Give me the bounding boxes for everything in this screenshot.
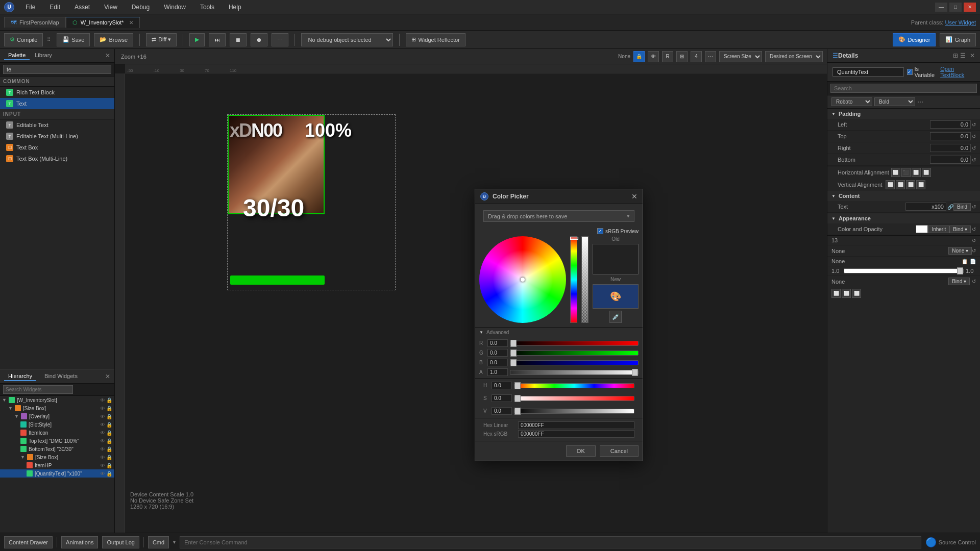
eye-icon-10[interactable]: 👁 [100, 471, 105, 477]
tab-palette[interactable]: Palette [4, 51, 30, 60]
diff-button[interactable]: ⇄ Diff ▾ [146, 33, 177, 46]
h-slider[interactable] [514, 383, 634, 388]
record-button[interactable]: ⏺ [251, 33, 267, 46]
eye-icon-9[interactable]: 👁 [100, 463, 105, 468]
parent-class-link[interactable]: User Widget [945, 19, 976, 26]
hier-item-itemicon[interactable]: ItemIcon 👁 🔒 [0, 429, 114, 437]
palette-item-editable-multiline[interactable]: T Editable Text (Multi-Line) [0, 131, 114, 142]
stop-button[interactable]: ⏹ [230, 33, 247, 46]
eye-icon-2[interactable]: 👁 [100, 406, 105, 411]
text-bind-icon[interactable]: 🔗 [947, 204, 953, 210]
g-slider[interactable] [510, 350, 639, 356]
padding-bottom-reset-icon[interactable]: ↺ [972, 157, 976, 163]
appearance-section-header[interactable]: ▼ Appearance [827, 213, 980, 223]
hier-item-winventoryslot[interactable]: ▼ [W_InventorySlot] 👁 🔒 [0, 396, 114, 404]
close-button[interactable]: ✕ [964, 3, 976, 12]
hue-bar[interactable] [570, 236, 577, 323]
tab-inventoryslot[interactable]: ⬡ W_InventorySlot* ✕ [66, 17, 140, 28]
menu-tools[interactable]: Tools [197, 3, 217, 12]
content-section-header[interactable]: ▼ Content [827, 191, 980, 201]
widget-name-input[interactable] [832, 67, 904, 77]
animations-button[interactable]: Animations [61, 536, 98, 548]
palette-item-editable-text[interactable]: T Editable Text [0, 119, 114, 131]
r-slider[interactable] [510, 341, 639, 346]
lock-icon-9[interactable]: 🔒 [106, 463, 112, 468]
hierarchy-close-icon[interactable]: ✕ [105, 373, 110, 380]
debug-object-select[interactable]: No debug object selected [301, 33, 393, 46]
alpha-bar[interactable] [581, 236, 589, 323]
font-family-select[interactable]: Roboto [831, 97, 872, 106]
desired-on-screen-select[interactable]: Desired on Screen [765, 51, 823, 62]
extra-align-btn-1[interactable]: ⬜ [831, 289, 841, 298]
padding-top-reset-icon[interactable]: ↺ [972, 134, 976, 139]
lock-icon-1[interactable]: 🔒 [106, 397, 112, 403]
color-swatch[interactable] [916, 225, 928, 233]
tab-bind-widgets[interactable]: Bind Widgets [40, 372, 82, 381]
hier-item-itemhp[interactable]: ItemHP 👁 🔒 [0, 461, 114, 469]
canvas-btn-lock[interactable]: 🔒 [633, 51, 645, 62]
minimize-button[interactable]: — [935, 3, 947, 12]
font-more-icon[interactable]: ⋯ [917, 98, 923, 106]
align-top-button[interactable]: ⬜ [886, 180, 895, 189]
menu-edit[interactable]: Edit [46, 3, 63, 12]
open-textblock-link[interactable]: Open TextBlock [940, 66, 975, 78]
align-fill-h-button[interactable]: ⬜ [922, 168, 931, 177]
align-right-button[interactable]: ⬜ [912, 168, 921, 177]
lock-icon-5[interactable]: 🔒 [106, 430, 112, 436]
step-button[interactable]: ⏭ [209, 33, 226, 46]
lock-icon-7[interactable]: 🔒 [106, 446, 112, 452]
tab-close-icon[interactable]: ✕ [129, 20, 133, 26]
menu-view[interactable]: View [101, 3, 120, 12]
text-value-input[interactable] [905, 203, 946, 211]
paste-icon[interactable]: 📄 [970, 259, 976, 264]
palette-item-textbox-multiline[interactable]: ☐ Text Box (Multi-Line) [0, 153, 114, 164]
align-left-button[interactable]: ⬜ [891, 168, 900, 177]
color-reset-icon[interactable]: ↺ [972, 227, 976, 232]
v-slider[interactable] [514, 409, 634, 414]
none-bind-button[interactable]: None ▾ [948, 247, 972, 255]
font-weight-select[interactable]: Bold [874, 97, 915, 106]
dragdrop-bar[interactable]: Drag & drop colors here to save ▾ [483, 210, 634, 222]
lock-icon-2[interactable]: 🔒 [106, 406, 112, 411]
designer-button[interactable]: 🎨 Designer [893, 33, 936, 46]
details-list-icon[interactable]: ☰ [960, 52, 966, 59]
tab-firstpersonmap[interactable]: 🗺 FirstPersonMap [4, 17, 66, 28]
maximize-button[interactable]: □ [949, 3, 962, 12]
graph-button[interactable]: 📊 Graph [940, 33, 976, 46]
canvas-btn-more[interactable]: ⋯ [705, 51, 716, 62]
lock-icon-6[interactable]: 🔒 [106, 438, 112, 444]
padding-left-reset-icon[interactable]: ↺ [972, 122, 976, 128]
align-fill-v-button[interactable]: ⬜ [916, 180, 925, 189]
inherit-button[interactable]: Inherit [928, 226, 949, 233]
eye-icon-6[interactable]: 👁 [100, 438, 105, 444]
eyedropper-button[interactable]: 💉 [609, 311, 622, 323]
dialog-close-icon[interactable]: ✕ [631, 192, 638, 201]
extra-align-btn-3[interactable]: ⬜ [852, 289, 861, 298]
menu-window[interactable]: Window [161, 3, 189, 12]
compile-button[interactable]: ⚙ Compile [4, 33, 43, 46]
cancel-button[interactable]: Cancel [600, 445, 639, 457]
bind-row-button[interactable]: Bind ▾ [948, 278, 970, 285]
srgb-checkbox[interactable]: ✓ [597, 228, 603, 234]
text-bind-button[interactable]: Bind [953, 203, 971, 211]
lock-icon-8[interactable]: 🔒 [106, 455, 112, 460]
details-grid-icon[interactable]: ⊞ [953, 52, 958, 59]
hier-item-sizebox1[interactable]: ▼ [Size Box] 👁 🔒 [0, 404, 114, 412]
hierarchy-search-input[interactable] [3, 385, 73, 394]
palette-close-icon[interactable]: ✕ [105, 52, 110, 59]
align-center-h-button[interactable]: ⬛ [901, 168, 911, 177]
r-value-input[interactable] [487, 339, 508, 347]
align-center-v-button[interactable]: ⬜ [896, 180, 905, 189]
padding-right-input[interactable] [930, 144, 971, 152]
screen-size-select[interactable]: Screen Size [719, 51, 762, 62]
padding-bottom-input[interactable] [930, 156, 971, 164]
hier-item-sizebox2[interactable]: ▼ [Size Box] 👁 🔒 [0, 453, 114, 461]
align-bottom-button[interactable]: ⬜ [906, 180, 915, 189]
s-slider[interactable] [514, 396, 634, 401]
lock-icon-3[interactable]: 🔒 [106, 414, 112, 419]
content-drawer-button[interactable]: Content Drawer [4, 536, 53, 548]
more-button[interactable]: ⋯ [272, 33, 288, 46]
canvas-btn-grid[interactable]: ⊞ [676, 51, 688, 62]
b-value-input[interactable] [487, 359, 508, 366]
details-search-input[interactable] [830, 84, 977, 93]
